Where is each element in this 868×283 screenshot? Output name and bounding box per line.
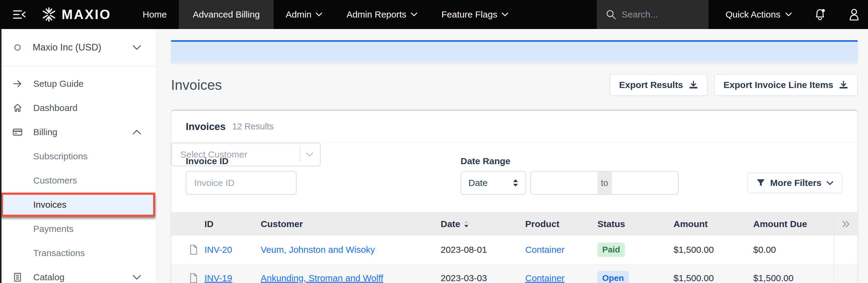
download-icon [839, 80, 848, 90]
window-left-edge [0, 29, 1, 283]
global-search[interactable] [597, 0, 709, 29]
sidebar-item-dashboard[interactable]: Dashboard [0, 96, 156, 120]
invoice-id-filter: Invoice ID [186, 156, 297, 195]
main-content: Invoices Export Results Export Invoice L… [156, 29, 868, 283]
chevron-down-icon [411, 12, 417, 17]
search-icon [606, 9, 616, 20]
maxio-logo[interactable]: MAXIO [42, 7, 111, 22]
sidebar-item-billing[interactable]: Billing [0, 120, 156, 144]
quick-actions-menu[interactable]: Quick Actions [725, 9, 792, 20]
user-account-icon[interactable] [848, 8, 860, 21]
invoice-file-icon [171, 273, 205, 283]
sidebar-item-customers[interactable]: Customers [0, 168, 156, 193]
credit-card-icon [12, 128, 23, 136]
chevron-down-icon [502, 12, 508, 17]
col-header-status[interactable]: Status [597, 219, 674, 229]
filter-bar: Invoice ID Select Customer Date Range Da… [171, 143, 858, 212]
sidebar-item-invoices[interactable]: Invoices [1, 193, 155, 217]
customer-link[interactable]: Veum, Johnston and Wisoky [261, 245, 375, 255]
org-selector[interactable]: Maxio Inc (USD) [0, 29, 156, 66]
org-name: Maxio Inc (USD) [33, 42, 132, 53]
maxio-logo-icon [42, 7, 56, 22]
status-badge: Open [597, 271, 629, 283]
table-row[interactable]: INV-20 Veum, Johnston and Wisoky 2023-08… [171, 235, 858, 264]
table-row[interactable]: INV-19 Ankunding, Stroman and Wolff 2023… [171, 264, 858, 283]
sidebar-collapse-icon[interactable] [8, 9, 31, 20]
export-results-button[interactable]: Export Results [610, 74, 708, 96]
invoice-amount-due: $1,500.00 [753, 273, 834, 283]
chevron-down-icon [826, 181, 834, 185]
col-header-product[interactable]: Product [525, 219, 597, 229]
invoice-amount: $1,500.00 [674, 245, 753, 255]
sidebar-item-catalog[interactable]: Catalog [0, 265, 156, 283]
sidebar-item-payments[interactable]: Payments [0, 217, 156, 241]
invoice-amount-due: $0.00 [753, 245, 834, 255]
download-icon [689, 80, 698, 90]
date-range-label: Date Range [461, 156, 679, 167]
product-link[interactable]: Container [525, 273, 564, 283]
org-status-icon [12, 44, 23, 51]
col-header-id[interactable]: ID [205, 219, 261, 229]
search-input[interactable] [622, 9, 697, 20]
date-range-inputs: to [530, 171, 679, 195]
chevron-down-icon [785, 12, 792, 17]
sidebar-menu: Setup Guide Dashboard Billing Subscripti… [0, 66, 156, 283]
date-type-select[interactable]: Date [461, 171, 526, 195]
nav-feature-flags[interactable]: Feature Flags [430, 0, 520, 29]
sidebar-item-transactions[interactable]: Transactions [0, 241, 156, 265]
expand-columns-control[interactable] [834, 212, 858, 235]
page-title: Invoices [171, 77, 222, 93]
nav-admin-reports[interactable]: Admin Reports [334, 0, 429, 29]
primary-nav: Home Advanced Billing Admin Admin Report… [130, 0, 520, 29]
page-header: Invoices Export Results Export Invoice L… [171, 70, 858, 100]
status-badge: Paid [597, 243, 625, 257]
invoice-id-input[interactable] [186, 171, 297, 195]
sidebar: Maxio Inc (USD) Setup Guide Dashboard [0, 29, 156, 283]
nav-home[interactable]: Home [130, 0, 179, 29]
sidebar-item-subscriptions[interactable]: Subscriptions [0, 144, 156, 168]
chevron-down-icon [316, 12, 322, 17]
col-header-date[interactable]: Date [441, 219, 525, 229]
panel-title: Invoices [186, 121, 226, 133]
sort-descending-icon [464, 220, 469, 228]
invoice-amount: $1,500.00 [674, 273, 753, 283]
date-to-input[interactable] [612, 172, 678, 194]
invoice-id-link[interactable]: INV-19 [205, 273, 232, 283]
chevron-up-icon [132, 130, 141, 135]
col-header-customer[interactable]: Customer [261, 219, 441, 229]
filter-funnel-icon [756, 178, 765, 188]
double-chevron-right-icon [842, 220, 851, 228]
chevron-down-icon [306, 152, 313, 157]
product-link[interactable]: Container [525, 245, 564, 255]
notification-banner [171, 40, 858, 63]
nav-admin[interactable]: Admin [274, 0, 334, 29]
date-from-input[interactable] [531, 172, 598, 194]
invoices-panel: Invoices 12 Results Invoice ID Select Cu… [171, 110, 858, 283]
brand-wordmark: MAXIO [62, 7, 111, 22]
catalog-document-icon [12, 273, 23, 282]
arrow-right-icon [12, 79, 23, 88]
table-header-row: ID Customer Date Product Status Amount A… [171, 212, 858, 235]
invoice-id-label: Invoice ID [186, 156, 297, 167]
date-range-filter: Date Range Date to [461, 156, 679, 195]
customer-link[interactable]: Ankunding, Stroman and Wolff [261, 273, 383, 283]
invoice-date: 2023-08-01 [441, 245, 525, 255]
invoice-id-link[interactable]: INV-20 [205, 245, 232, 255]
chevron-down-icon [132, 275, 141, 280]
date-range-separator: to [598, 172, 612, 194]
nav-advanced-billing[interactable]: Advanced Billing [179, 0, 274, 29]
panel-header: Invoices 12 Results [171, 111, 858, 143]
col-header-amount-due[interactable]: Amount Due [753, 219, 834, 229]
select-divider [300, 147, 300, 162]
export-invoice-line-items-button[interactable]: Export Invoice Line Items [714, 74, 858, 96]
sorter-icon [513, 179, 518, 187]
chevron-down-icon [132, 45, 141, 50]
top-navigation-bar: MAXIO Home Advanced Billing Admin Admin … [0, 0, 868, 29]
results-count: 12 Results [232, 121, 274, 132]
home-icon [12, 103, 23, 113]
more-filters-button[interactable]: More Filters [747, 173, 842, 193]
invoice-date: 2023-03-03 [441, 273, 525, 283]
notifications-bell-icon[interactable] [814, 8, 826, 21]
col-header-amount[interactable]: Amount [674, 219, 753, 229]
sidebar-item-setup-guide[interactable]: Setup Guide [0, 72, 156, 96]
